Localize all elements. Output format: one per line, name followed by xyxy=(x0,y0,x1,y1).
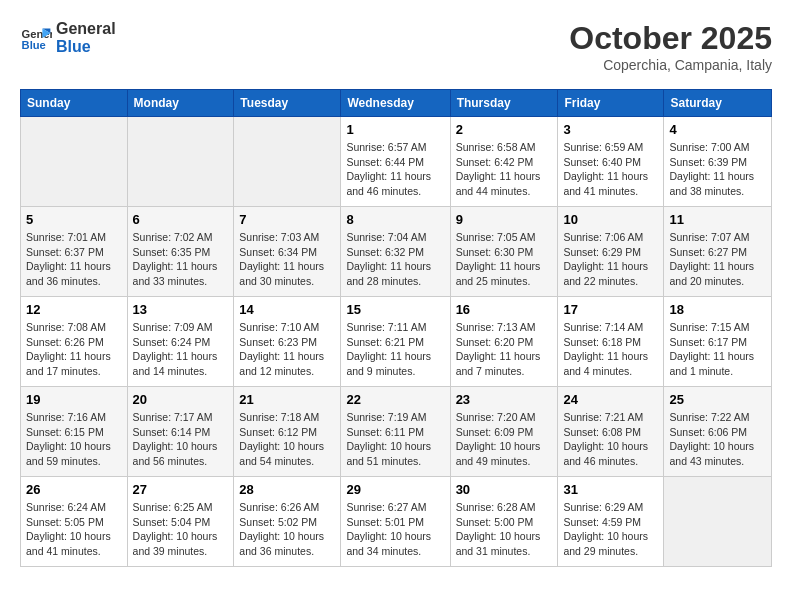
calendar-cell: 23Sunrise: 7:20 AM Sunset: 6:09 PM Dayli… xyxy=(450,387,558,477)
day-info: Sunrise: 7:01 AM Sunset: 6:37 PM Dayligh… xyxy=(26,230,122,289)
page-header: General Blue General Blue October 2025 C… xyxy=(20,20,772,73)
day-info: Sunrise: 7:16 AM Sunset: 6:15 PM Dayligh… xyxy=(26,410,122,469)
day-number: 3 xyxy=(563,122,658,137)
day-number: 15 xyxy=(346,302,444,317)
calendar-cell xyxy=(664,477,772,567)
calendar-cell: 17Sunrise: 7:14 AM Sunset: 6:18 PM Dayli… xyxy=(558,297,664,387)
day-info: Sunrise: 6:25 AM Sunset: 5:04 PM Dayligh… xyxy=(133,500,229,559)
day-info: Sunrise: 7:22 AM Sunset: 6:06 PM Dayligh… xyxy=(669,410,766,469)
calendar-cell: 30Sunrise: 6:28 AM Sunset: 5:00 PM Dayli… xyxy=(450,477,558,567)
calendar-cell: 24Sunrise: 7:21 AM Sunset: 6:08 PM Dayli… xyxy=(558,387,664,477)
day-number: 23 xyxy=(456,392,553,407)
calendar-cell: 26Sunrise: 6:24 AM Sunset: 5:05 PM Dayli… xyxy=(21,477,128,567)
day-number: 17 xyxy=(563,302,658,317)
day-info: Sunrise: 7:19 AM Sunset: 6:11 PM Dayligh… xyxy=(346,410,444,469)
month-title: October 2025 xyxy=(569,20,772,57)
day-info: Sunrise: 6:59 AM Sunset: 6:40 PM Dayligh… xyxy=(563,140,658,199)
header-thursday: Thursday xyxy=(450,90,558,117)
calendar-cell: 29Sunrise: 6:27 AM Sunset: 5:01 PM Dayli… xyxy=(341,477,450,567)
day-number: 25 xyxy=(669,392,766,407)
day-number: 11 xyxy=(669,212,766,227)
day-number: 24 xyxy=(563,392,658,407)
calendar-cell: 31Sunrise: 6:29 AM Sunset: 4:59 PM Dayli… xyxy=(558,477,664,567)
calendar-cell xyxy=(21,117,128,207)
calendar-cell: 1Sunrise: 6:57 AM Sunset: 6:44 PM Daylig… xyxy=(341,117,450,207)
calendar-cell: 13Sunrise: 7:09 AM Sunset: 6:24 PM Dayli… xyxy=(127,297,234,387)
day-number: 31 xyxy=(563,482,658,497)
day-number: 19 xyxy=(26,392,122,407)
calendar-cell: 14Sunrise: 7:10 AM Sunset: 6:23 PM Dayli… xyxy=(234,297,341,387)
calendar-week-3: 12Sunrise: 7:08 AM Sunset: 6:26 PM Dayli… xyxy=(21,297,772,387)
day-number: 10 xyxy=(563,212,658,227)
calendar-header-row: SundayMondayTuesdayWednesdayThursdayFrid… xyxy=(21,90,772,117)
day-number: 26 xyxy=(26,482,122,497)
day-info: Sunrise: 7:21 AM Sunset: 6:08 PM Dayligh… xyxy=(563,410,658,469)
day-info: Sunrise: 6:24 AM Sunset: 5:05 PM Dayligh… xyxy=(26,500,122,559)
day-info: Sunrise: 6:58 AM Sunset: 6:42 PM Dayligh… xyxy=(456,140,553,199)
calendar-cell: 20Sunrise: 7:17 AM Sunset: 6:14 PM Dayli… xyxy=(127,387,234,477)
calendar-cell: 8Sunrise: 7:04 AM Sunset: 6:32 PM Daylig… xyxy=(341,207,450,297)
header-friday: Friday xyxy=(558,90,664,117)
calendar-week-4: 19Sunrise: 7:16 AM Sunset: 6:15 PM Dayli… xyxy=(21,387,772,477)
day-info: Sunrise: 7:07 AM Sunset: 6:27 PM Dayligh… xyxy=(669,230,766,289)
day-info: Sunrise: 7:15 AM Sunset: 6:17 PM Dayligh… xyxy=(669,320,766,379)
day-number: 5 xyxy=(26,212,122,227)
location-text: Coperchia, Campania, Italy xyxy=(569,57,772,73)
day-number: 27 xyxy=(133,482,229,497)
day-number: 14 xyxy=(239,302,335,317)
day-info: Sunrise: 7:13 AM Sunset: 6:20 PM Dayligh… xyxy=(456,320,553,379)
day-info: Sunrise: 6:57 AM Sunset: 6:44 PM Dayligh… xyxy=(346,140,444,199)
calendar-cell xyxy=(234,117,341,207)
day-number: 4 xyxy=(669,122,766,137)
day-info: Sunrise: 6:28 AM Sunset: 5:00 PM Dayligh… xyxy=(456,500,553,559)
title-block: October 2025 Coperchia, Campania, Italy xyxy=(569,20,772,73)
day-info: Sunrise: 7:09 AM Sunset: 6:24 PM Dayligh… xyxy=(133,320,229,379)
calendar-week-1: 1Sunrise: 6:57 AM Sunset: 6:44 PM Daylig… xyxy=(21,117,772,207)
day-number: 29 xyxy=(346,482,444,497)
logo-icon: General Blue xyxy=(20,22,52,54)
day-number: 6 xyxy=(133,212,229,227)
day-info: Sunrise: 7:17 AM Sunset: 6:14 PM Dayligh… xyxy=(133,410,229,469)
day-info: Sunrise: 7:08 AM Sunset: 6:26 PM Dayligh… xyxy=(26,320,122,379)
day-number: 16 xyxy=(456,302,553,317)
calendar-cell: 11Sunrise: 7:07 AM Sunset: 6:27 PM Dayli… xyxy=(664,207,772,297)
day-info: Sunrise: 7:02 AM Sunset: 6:35 PM Dayligh… xyxy=(133,230,229,289)
header-sunday: Sunday xyxy=(21,90,128,117)
day-info: Sunrise: 7:18 AM Sunset: 6:12 PM Dayligh… xyxy=(239,410,335,469)
calendar-cell: 4Sunrise: 7:00 AM Sunset: 6:39 PM Daylig… xyxy=(664,117,772,207)
calendar-cell: 16Sunrise: 7:13 AM Sunset: 6:20 PM Dayli… xyxy=(450,297,558,387)
day-number: 21 xyxy=(239,392,335,407)
day-number: 30 xyxy=(456,482,553,497)
calendar-cell: 27Sunrise: 6:25 AM Sunset: 5:04 PM Dayli… xyxy=(127,477,234,567)
calendar-cell: 21Sunrise: 7:18 AM Sunset: 6:12 PM Dayli… xyxy=(234,387,341,477)
day-info: Sunrise: 7:00 AM Sunset: 6:39 PM Dayligh… xyxy=(669,140,766,199)
header-monday: Monday xyxy=(127,90,234,117)
day-number: 20 xyxy=(133,392,229,407)
day-info: Sunrise: 7:20 AM Sunset: 6:09 PM Dayligh… xyxy=(456,410,553,469)
calendar-table: SundayMondayTuesdayWednesdayThursdayFrid… xyxy=(20,89,772,567)
calendar-cell: 18Sunrise: 7:15 AM Sunset: 6:17 PM Dayli… xyxy=(664,297,772,387)
header-wednesday: Wednesday xyxy=(341,90,450,117)
calendar-week-5: 26Sunrise: 6:24 AM Sunset: 5:05 PM Dayli… xyxy=(21,477,772,567)
day-info: Sunrise: 6:29 AM Sunset: 4:59 PM Dayligh… xyxy=(563,500,658,559)
day-number: 12 xyxy=(26,302,122,317)
logo-text-general: General xyxy=(56,20,116,38)
calendar-cell: 5Sunrise: 7:01 AM Sunset: 6:37 PM Daylig… xyxy=(21,207,128,297)
calendar-cell: 15Sunrise: 7:11 AM Sunset: 6:21 PM Dayli… xyxy=(341,297,450,387)
day-number: 7 xyxy=(239,212,335,227)
day-number: 13 xyxy=(133,302,229,317)
calendar-week-2: 5Sunrise: 7:01 AM Sunset: 6:37 PM Daylig… xyxy=(21,207,772,297)
day-number: 8 xyxy=(346,212,444,227)
calendar-cell: 28Sunrise: 6:26 AM Sunset: 5:02 PM Dayli… xyxy=(234,477,341,567)
day-info: Sunrise: 7:14 AM Sunset: 6:18 PM Dayligh… xyxy=(563,320,658,379)
day-number: 28 xyxy=(239,482,335,497)
day-info: Sunrise: 7:03 AM Sunset: 6:34 PM Dayligh… xyxy=(239,230,335,289)
day-number: 1 xyxy=(346,122,444,137)
svg-text:Blue: Blue xyxy=(22,39,46,51)
logo: General Blue General Blue xyxy=(20,20,116,55)
day-number: 18 xyxy=(669,302,766,317)
calendar-cell xyxy=(127,117,234,207)
calendar-cell: 10Sunrise: 7:06 AM Sunset: 6:29 PM Dayli… xyxy=(558,207,664,297)
day-number: 22 xyxy=(346,392,444,407)
calendar-cell: 2Sunrise: 6:58 AM Sunset: 6:42 PM Daylig… xyxy=(450,117,558,207)
